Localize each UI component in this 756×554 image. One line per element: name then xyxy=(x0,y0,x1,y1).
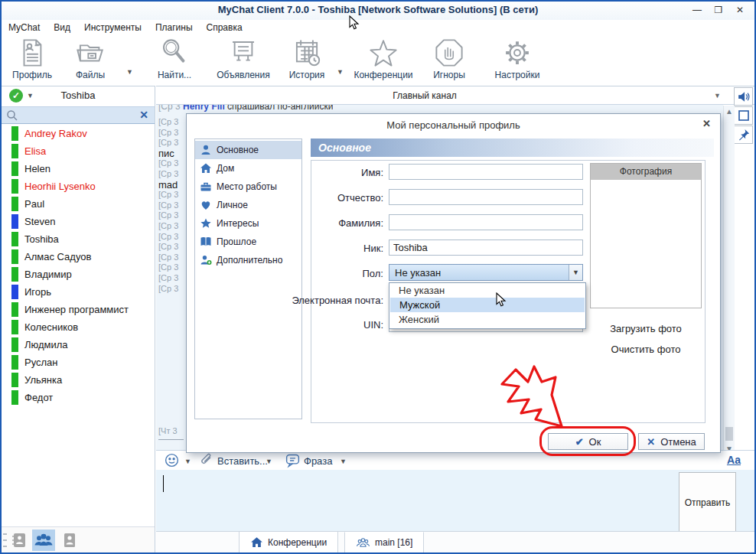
menu-item[interactable]: Плагины xyxy=(148,21,200,33)
photo-header: Фотография xyxy=(591,164,701,180)
cancel-button[interactable]: ✕ Отмена xyxy=(638,433,705,450)
contact-item[interactable]: Колесников xyxy=(2,318,155,336)
contact-item[interactable]: Helen xyxy=(2,160,155,178)
dialog-close-icon[interactable]: ✕ xyxy=(702,118,711,129)
chat-line-fragment: [Ср 3 xyxy=(158,200,186,211)
phrase-label[interactable]: Фраза xyxy=(304,455,332,467)
dropdown-option[interactable]: Женский xyxy=(389,312,585,327)
surname-input[interactable] xyxy=(389,214,583,230)
phrase-caret-icon[interactable]: ▼ xyxy=(340,458,347,465)
gender-dropdown-list: Не указан Мужской Женский xyxy=(389,282,586,329)
contact-name: Toshiba xyxy=(24,233,59,245)
date-divider xyxy=(158,439,184,440)
channel-title: Главный канал xyxy=(156,90,693,101)
attach-button[interactable] xyxy=(199,452,214,471)
minimize-button[interactable]: — xyxy=(687,3,707,18)
tab-main-channel[interactable]: main [16] xyxy=(344,532,424,552)
send-button[interactable]: Отправить xyxy=(679,472,736,533)
status-bar xyxy=(11,249,18,264)
smiley-button[interactable] xyxy=(164,452,180,471)
menu-item[interactable]: Справка xyxy=(200,21,249,33)
toolbar-conferences-button[interactable]: Конференции xyxy=(350,37,417,80)
contact-item[interactable]: Игорь xyxy=(2,283,155,301)
contacts-panel: ✓ ▼ Toshiba ✕ Andrey RakovElisaHelenHeor… xyxy=(2,86,155,552)
contacts-view-icon[interactable] xyxy=(32,530,55,551)
section-header: Основное xyxy=(311,138,714,157)
pin-button[interactable] xyxy=(734,125,753,144)
home-icon xyxy=(250,536,263,549)
contact-item[interactable]: Алмас Садуов xyxy=(2,248,155,266)
status-bar xyxy=(11,355,18,370)
scrollbar-thumb[interactable] xyxy=(725,427,733,441)
toolbar-search-button[interactable]: Найти... xyxy=(147,37,202,80)
smiley-caret-icon[interactable]: ▼ xyxy=(184,458,191,465)
close-button[interactable]: ✕ xyxy=(730,3,750,18)
user-card-icon[interactable] xyxy=(58,530,81,551)
contact-item[interactable]: Инженер программист xyxy=(2,301,155,318)
window-mode-button[interactable] xyxy=(734,106,753,125)
contact-item[interactable]: Федот xyxy=(2,389,155,406)
nick-input[interactable] xyxy=(389,240,583,256)
chat-line-fragment: [Ср 3 xyxy=(158,221,186,232)
menu-item[interactable]: MyChat xyxy=(2,21,47,33)
chat-line-fragment: [Ср 3 xyxy=(158,138,186,148)
menu-item[interactable]: Вид xyxy=(47,21,77,33)
toolbar-announcements-button[interactable]: Объявления xyxy=(208,37,279,80)
channel-header[interactable]: Главный канал ▼ xyxy=(156,86,754,105)
insert-label[interactable]: Вставить... xyxy=(217,455,268,467)
contact-name: Ульянка xyxy=(24,374,62,386)
x-icon: ✕ xyxy=(647,436,655,448)
dropdown-option-highlighted[interactable]: Мужской xyxy=(390,298,585,312)
heart-icon xyxy=(200,199,212,211)
contact-item[interactable]: Toshiba xyxy=(2,230,155,248)
toolbar-ignores-button[interactable]: Игноры xyxy=(424,37,474,80)
contact-item[interactable]: Andrey Rakov xyxy=(2,125,155,142)
insert-caret-icon[interactable]: ▼ xyxy=(266,458,272,465)
status-bar xyxy=(11,373,18,387)
history-dropdown-caret-icon[interactable]: ▼ xyxy=(337,68,344,76)
phrase-button[interactable] xyxy=(285,452,301,471)
chat-line-fragment: [Чт 3 xyxy=(158,426,178,435)
toolbar-settings-button[interactable]: Настройки xyxy=(488,37,546,80)
gender-combobox[interactable]: Не указан ▼ xyxy=(389,264,583,281)
middlename-input[interactable] xyxy=(389,189,583,205)
contact-item[interactable]: Paul xyxy=(2,195,155,213)
contact-item[interactable]: Heorhii Lysenko xyxy=(2,178,155,195)
dialog-title: Мой персональный профиль xyxy=(187,119,720,131)
person-plus-icon xyxy=(200,254,212,266)
font-settings-link[interactable]: Аа xyxy=(727,454,741,466)
toolbar-profile-button[interactable]: Профиль xyxy=(8,37,57,80)
toolbar-files-button[interactable]: Файлы xyxy=(64,37,116,80)
nav-item-general[interactable]: Основное xyxy=(195,141,301,159)
toolbar-history-button[interactable]: История xyxy=(283,37,331,80)
menu-item[interactable]: Инструменты xyxy=(77,21,148,33)
grip-icon[interactable] xyxy=(3,533,7,547)
upload-photo-link[interactable]: Загрузить фото xyxy=(590,323,702,334)
contact-item[interactable]: Людмила xyxy=(2,336,155,354)
toolbar-label: Файлы xyxy=(64,70,116,80)
cancel-label: Отмена xyxy=(660,436,696,448)
combo-dropdown-icon[interactable]: ▼ xyxy=(569,265,582,280)
sound-button[interactable] xyxy=(734,87,753,106)
mouse-cursor-icon xyxy=(496,292,507,308)
tab-conferences[interactable]: Конференции xyxy=(239,532,338,552)
contact-item[interactable]: Руслан xyxy=(2,354,155,371)
name-input[interactable] xyxy=(389,164,583,180)
clear-photo-link[interactable]: Очистить фото xyxy=(590,344,702,355)
clear-search-icon[interactable]: ✕ xyxy=(139,109,148,121)
title-bar[interactable]: MyChat Client 7.0.0 - Toshiba [Network S… xyxy=(2,2,754,20)
contact-item[interactable]: Владимир xyxy=(2,266,155,283)
channel-dropdown-caret-icon[interactable]: ▼ xyxy=(714,92,721,99)
message-input[interactable] xyxy=(156,470,754,531)
contact-item[interactable]: Steven xyxy=(2,213,155,230)
contact-item[interactable]: Elisa xyxy=(2,142,155,160)
dropdown-option[interactable]: Не указан xyxy=(389,283,585,298)
contact-item[interactable]: Ульянка xyxy=(2,371,155,389)
address-book-icon[interactable] xyxy=(8,530,31,551)
maximize-button[interactable]: ❒ xyxy=(709,3,728,18)
nav-label: Прошлое xyxy=(217,236,256,247)
contact-name: Инженер программист xyxy=(24,304,129,315)
scroll-up-icon[interactable]: ▲ xyxy=(724,107,735,116)
files-dropdown-caret-icon[interactable]: ▼ xyxy=(126,68,133,76)
contact-search-bar[interactable]: ✕ xyxy=(2,106,155,124)
